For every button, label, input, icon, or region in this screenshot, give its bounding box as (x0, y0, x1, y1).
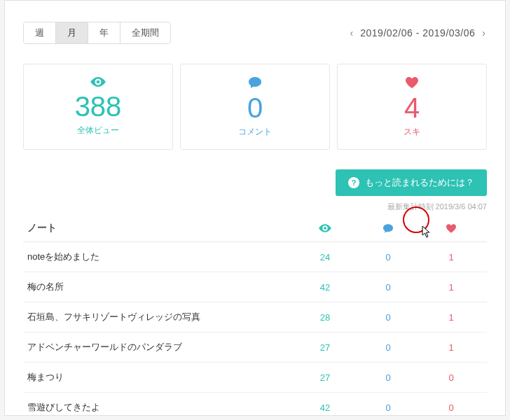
question-icon: ? (348, 177, 359, 188)
table-row[interactable]: 石垣島、フサキリゾートヴィレッジの写真2801 (23, 302, 487, 332)
row-views: 42 (294, 282, 357, 293)
row-comments: 0 (357, 342, 420, 353)
segment-year[interactable]: 年 (88, 22, 120, 43)
table-row[interactable]: アドベンチャーワールドのパンダラブ2701 (23, 332, 487, 363)
stat-views-value: 388 (24, 91, 172, 122)
segment-week[interactable]: 週 (24, 22, 56, 43)
table-body: noteを始めました2401梅の名所4201石垣島、フサキリゾートヴィレッジの写… (23, 242, 487, 416)
row-title: noteを始めました (27, 251, 294, 263)
help-cta-button[interactable]: ? もっと読まれるためには？ (336, 169, 487, 196)
stat-comments-value: 0 (181, 92, 329, 123)
row-comments: 0 (357, 312, 420, 323)
row-likes: 0 (420, 372, 483, 383)
row-comments: 0 (357, 282, 420, 293)
row-views: 27 (294, 372, 357, 383)
stat-tile-likes: 4 スキ (337, 64, 487, 150)
row-comments: 0 (357, 402, 420, 413)
row-likes: 1 (420, 252, 483, 262)
table-row[interactable]: 雪遊びしてきたよ4200 (23, 393, 487, 416)
table-row[interactable]: 梅の名所4201 (23, 272, 487, 302)
row-title: アドベンチャーワールドのパンダラブ (27, 341, 294, 354)
row-likes: 1 (420, 312, 483, 323)
stat-likes-label: スキ (338, 126, 486, 138)
table-row[interactable]: 梅まつり2700 (23, 363, 487, 393)
row-title: 雪遊びしてきたよ (27, 401, 294, 414)
comment-icon (181, 77, 329, 88)
segment-all[interactable]: 全期間 (120, 22, 170, 43)
row-likes: 0 (420, 402, 483, 413)
segment-month[interactable]: 月 (56, 22, 88, 43)
row-views: 24 (294, 252, 357, 262)
stat-tile-views: 388 全体ビュー (23, 64, 173, 150)
row-comments: 0 (357, 252, 420, 262)
row-title: 梅の名所 (27, 281, 294, 293)
col-title[interactable]: ノート (27, 222, 294, 234)
col-views-sort[interactable] (294, 224, 357, 232)
stat-tile-comments: 0 コメント (180, 64, 330, 150)
row-views: 27 (294, 342, 357, 353)
date-range-picker: ‹ 2019/02/06 - 2019/03/06 › (349, 27, 487, 38)
svg-point-0 (97, 80, 100, 84)
eye-icon (24, 77, 172, 87)
stat-views-label: 全体ビュー (24, 125, 172, 136)
row-title: 梅まつり (27, 371, 294, 384)
svg-point-1 (324, 227, 326, 230)
row-likes: 1 (420, 342, 483, 353)
period-segments: 週 月 年 全期間 (23, 22, 171, 44)
heart-icon (338, 77, 486, 88)
chevron-right-icon[interactable]: › (481, 27, 487, 38)
col-likes-sort[interactable] (420, 224, 483, 233)
stat-comments-label: コメント (181, 126, 329, 138)
row-title: 石垣島、フサキリゾートヴィレッジの写真 (27, 311, 294, 323)
row-views: 28 (294, 312, 357, 323)
table-header: ノート (23, 215, 487, 242)
chevron-left-icon[interactable]: ‹ (349, 27, 355, 38)
row-likes: 1 (420, 282, 483, 293)
table-row[interactable]: noteを始めました2401 (23, 242, 487, 272)
col-comments-sort[interactable] (357, 224, 420, 233)
cta-label: もっと読まれるためには？ (365, 176, 474, 189)
date-range-text: 2019/02/06 - 2019/03/06 (360, 27, 475, 38)
row-views: 42 (294, 402, 357, 413)
row-comments: 0 (357, 372, 420, 383)
stat-likes-value: 4 (338, 92, 486, 123)
last-updated-stamp: 最新集計時刻 2019/3/6 04:07 (23, 202, 487, 212)
